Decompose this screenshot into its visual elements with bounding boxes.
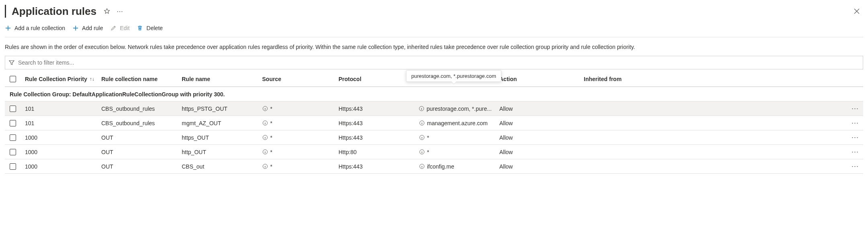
row-checkbox-cell[interactable] <box>5 134 21 141</box>
row-priority: 101 <box>21 120 97 126</box>
checkbox-icon <box>10 106 16 112</box>
row-more-button[interactable]: ··· <box>847 162 863 171</box>
row-checkbox-cell[interactable] <box>5 106 21 112</box>
plus-icon <box>5 25 11 31</box>
rules-grid: Rule Collection Priority ↑↓ Rule collect… <box>5 72 863 174</box>
row-priority: 1000 <box>21 163 97 170</box>
rules-info-text: Rules are shown in the order of executio… <box>5 37 863 56</box>
row-destination: ifconfig.me <box>415 163 495 170</box>
row-protocol: Https:443 <box>334 134 415 141</box>
header-accent-bar <box>5 5 6 18</box>
row-destination: management.azure.com <box>415 120 495 126</box>
info-icon <box>262 135 268 140</box>
filter-icon <box>8 59 15 66</box>
page-title: Application rules <box>12 5 96 18</box>
row-more-button[interactable]: ··· <box>847 119 863 127</box>
row-protocol: Https:443 <box>334 120 415 126</box>
info-icon <box>419 135 425 140</box>
row-more-button[interactable]: ··· <box>847 133 863 142</box>
row-collection: CBS_outbound_rules <box>97 120 178 126</box>
info-icon <box>262 164 268 169</box>
row-priority: 101 <box>21 106 97 112</box>
plus-icon <box>72 25 79 31</box>
info-icon <box>419 164 425 169</box>
col-header-action[interactable]: Action <box>495 76 580 82</box>
info-icon <box>262 120 268 126</box>
row-rule-name: http_OUT <box>178 149 258 155</box>
row-collection: OUT <box>97 149 178 155</box>
row-priority: 1000 <box>21 149 97 155</box>
row-source: * <box>258 149 334 155</box>
pencil-icon <box>110 25 117 31</box>
row-destination: * <box>415 149 495 155</box>
checkbox-icon <box>10 76 16 82</box>
row-source: * <box>258 134 334 141</box>
edit-label: Edit <box>120 25 129 31</box>
checkbox-icon <box>10 120 16 126</box>
row-action: Allow <box>495 120 580 126</box>
group-header-label: Rule Collection Group: DefaultApplicatio… <box>5 91 229 98</box>
close-blade-button[interactable] <box>850 5 863 18</box>
row-source: * <box>258 120 334 126</box>
edit-button[interactable]: Edit <box>110 25 129 31</box>
sort-ascending-icon: ↑↓ <box>90 76 94 82</box>
col-header-protocol[interactable]: Protocol <box>334 76 415 82</box>
add-rule-collection-label: Add a rule collection <box>14 25 65 31</box>
filter-input[interactable] <box>18 58 860 67</box>
row-checkbox-cell[interactable] <box>5 163 21 170</box>
col-header-collection[interactable]: Rule collection name <box>97 76 178 82</box>
checkbox-icon <box>10 149 16 155</box>
row-rule-name: CBS_out <box>178 163 258 170</box>
row-more-button[interactable]: ··· <box>847 104 863 113</box>
table-row[interactable]: 101 CBS_outbound_rules mgmt_AZ_OUT * Htt… <box>5 116 863 130</box>
row-source: * <box>258 163 334 170</box>
page-header: Application rules ⋯ <box>5 3 863 22</box>
row-destination: * <box>415 134 495 141</box>
info-icon <box>419 106 424 112</box>
table-row[interactable]: 1000 OUT https_OUT * Https:443 * Allow ·… <box>5 130 863 145</box>
info-icon <box>419 149 425 155</box>
row-protocol: Https:443 <box>334 163 415 170</box>
col-header-priority[interactable]: Rule Collection Priority ↑↓ <box>21 76 97 82</box>
row-action: Allow <box>495 134 580 141</box>
col-header-priority-label: Rule Collection Priority <box>25 76 87 82</box>
row-checkbox-cell[interactable] <box>5 149 21 155</box>
row-more-button[interactable]: ··· <box>847 148 863 156</box>
delete-label: Delete <box>146 25 162 31</box>
table-row[interactable]: 1000 OUT CBS_out * Https:443 ifconfig.me… <box>5 159 863 174</box>
col-header-source[interactable]: Source <box>258 76 334 82</box>
destination-tooltip: purestorage.com, *.purestorage.com <box>406 70 501 82</box>
filter-box[interactable] <box>5 56 863 69</box>
select-all-cell[interactable] <box>5 76 21 82</box>
favorite-star-icon[interactable] <box>102 6 112 16</box>
checkbox-icon <box>10 134 16 141</box>
add-rule-collection-button[interactable]: Add a rule collection <box>5 25 65 31</box>
row-priority: 1000 <box>21 134 97 141</box>
row-rule-name: https_OUT <box>178 134 258 141</box>
col-header-inherited[interactable]: Inherited from <box>580 76 847 82</box>
row-action: Allow <box>495 163 580 170</box>
row-source: * <box>258 106 334 112</box>
info-icon <box>262 149 268 155</box>
row-rule-name: https_PSTG_OUT <box>178 106 258 112</box>
table-row[interactable]: 1000 OUT http_OUT * Http:80 * Allow ··· <box>5 145 863 159</box>
delete-button[interactable]: Delete <box>137 25 162 31</box>
row-action: Allow <box>495 149 580 155</box>
row-collection: OUT <box>97 163 178 170</box>
row-protocol: Https:443 <box>334 106 415 112</box>
more-menu-icon[interactable]: ⋯ <box>115 6 125 16</box>
row-collection: OUT <box>97 134 178 141</box>
row-checkbox-cell[interactable] <box>5 120 21 126</box>
group-header-row[interactable]: Rule Collection Group: DefaultApplicatio… <box>5 87 863 102</box>
command-bar: Add a rule collection Add rule Edit Dele… <box>5 22 863 37</box>
row-rule-name: mgmt_AZ_OUT <box>178 120 258 126</box>
add-rule-button[interactable]: Add rule <box>72 25 103 31</box>
info-icon <box>262 106 268 112</box>
trash-icon <box>137 25 143 31</box>
row-action: Allow <box>495 106 580 112</box>
col-header-rule[interactable]: Rule name <box>178 76 258 82</box>
row-destination: purestorage.com, *.pure... <box>415 106 495 112</box>
row-collection: CBS_outbound_rules <box>97 106 178 112</box>
checkbox-icon <box>10 163 16 170</box>
table-row[interactable]: 101 CBS_outbound_rules https_PSTG_OUT * … <box>5 102 863 116</box>
